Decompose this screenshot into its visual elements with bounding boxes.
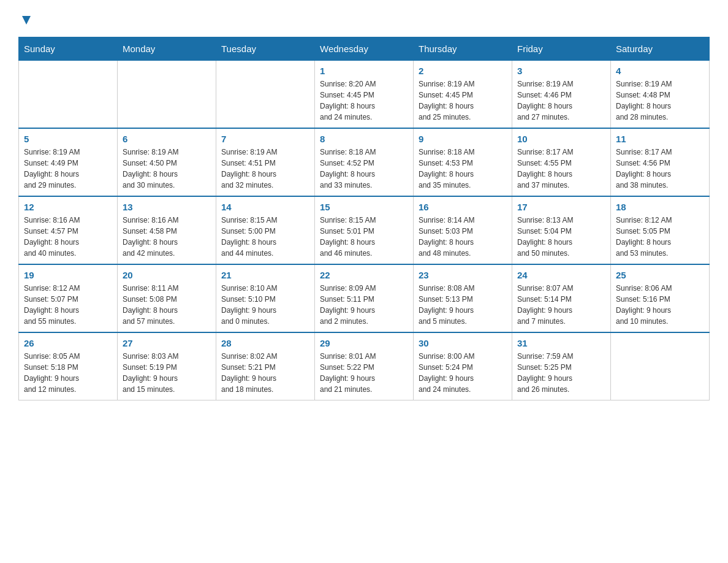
day-number: 29 [320, 338, 408, 348]
day-number: 30 [419, 338, 507, 348]
day-info: Sunrise: 8:06 AMSunset: 5:16 PMDaylight:… [616, 283, 704, 327]
day-info: Sunrise: 8:17 AMSunset: 4:55 PMDaylight:… [517, 147, 605, 191]
day-info: Sunrise: 8:10 AMSunset: 5:10 PMDaylight:… [221, 283, 309, 327]
calendar-week-3: 12Sunrise: 8:16 AMSunset: 4:57 PMDayligh… [19, 196, 710, 264]
header-cell-friday: Friday [512, 37, 611, 61]
day-number: 23 [419, 270, 507, 280]
calendar-cell: 7Sunrise: 8:19 AMSunset: 4:51 PMDaylight… [216, 128, 315, 196]
calendar-cell: 9Sunrise: 8:18 AMSunset: 4:53 PMDaylight… [414, 128, 512, 196]
day-number: 28 [221, 338, 309, 348]
day-number: 16 [419, 202, 507, 212]
day-info: Sunrise: 7:59 AMSunset: 5:25 PMDaylight:… [517, 351, 605, 395]
day-number: 27 [123, 338, 211, 348]
day-number: 17 [517, 202, 605, 212]
calendar-cell: 13Sunrise: 8:16 AMSunset: 4:58 PMDayligh… [118, 196, 216, 264]
calendar-cell: 5Sunrise: 8:19 AMSunset: 4:49 PMDaylight… [19, 128, 118, 196]
calendar-cell: 4Sunrise: 8:19 AMSunset: 4:48 PMDaylight… [611, 61, 710, 129]
day-info: Sunrise: 8:19 AMSunset: 4:51 PMDaylight:… [221, 147, 309, 191]
calendar-cell: 16Sunrise: 8:14 AMSunset: 5:03 PMDayligh… [414, 196, 512, 264]
header-cell-sunday: Sunday [19, 37, 118, 61]
day-info: Sunrise: 8:12 AMSunset: 5:05 PMDaylight:… [616, 215, 704, 259]
day-info: Sunrise: 8:17 AMSunset: 4:56 PMDaylight:… [616, 147, 704, 191]
day-number: 21 [221, 270, 309, 280]
calendar-cell: 24Sunrise: 8:07 AMSunset: 5:14 PMDayligh… [512, 264, 611, 332]
day-info: Sunrise: 8:16 AMSunset: 4:58 PMDaylight:… [123, 215, 211, 259]
day-number: 11 [616, 134, 704, 144]
calendar-cell: 11Sunrise: 8:17 AMSunset: 4:56 PMDayligh… [611, 128, 710, 196]
logo-arrow-icon [20, 13, 33, 27]
day-number: 14 [221, 202, 309, 212]
day-info: Sunrise: 8:14 AMSunset: 5:03 PMDaylight:… [419, 215, 507, 259]
day-info: Sunrise: 8:01 AMSunset: 5:22 PMDaylight:… [320, 351, 408, 395]
calendar-week-2: 5Sunrise: 8:19 AMSunset: 4:49 PMDaylight… [19, 128, 710, 196]
day-number: 1 [320, 66, 408, 76]
calendar-week-5: 26Sunrise: 8:05 AMSunset: 5:18 PMDayligh… [19, 332, 710, 400]
calendar-body: 1Sunrise: 8:20 AMSunset: 4:45 PMDaylight… [19, 61, 710, 400]
header-cell-tuesday: Tuesday [216, 37, 315, 61]
day-info: Sunrise: 8:03 AMSunset: 5:19 PMDaylight:… [123, 351, 211, 395]
day-number: 6 [123, 134, 211, 144]
day-number: 2 [419, 66, 507, 76]
calendar-cell: 28Sunrise: 8:02 AMSunset: 5:21 PMDayligh… [216, 332, 315, 400]
day-info: Sunrise: 8:00 AMSunset: 5:24 PMDaylight:… [419, 351, 507, 395]
header-cell-wednesday: Wednesday [315, 37, 414, 61]
day-number: 18 [616, 202, 704, 212]
day-info: Sunrise: 8:19 AMSunset: 4:49 PMDaylight:… [24, 147, 112, 191]
day-number: 25 [616, 270, 704, 280]
calendar-cell [216, 61, 315, 129]
day-info: Sunrise: 8:19 AMSunset: 4:46 PMDaylight:… [517, 79, 605, 123]
day-info: Sunrise: 8:07 AMSunset: 5:14 PMDaylight:… [517, 283, 605, 327]
calendar-header-row: SundayMondayTuesdayWednesdayThursdayFrid… [19, 37, 710, 61]
calendar-cell: 6Sunrise: 8:19 AMSunset: 4:50 PMDaylight… [118, 128, 216, 196]
day-info: Sunrise: 8:18 AMSunset: 4:52 PMDaylight:… [320, 147, 408, 191]
calendar-cell: 2Sunrise: 8:19 AMSunset: 4:45 PMDaylight… [414, 61, 512, 129]
calendar-week-1: 1Sunrise: 8:20 AMSunset: 4:45 PMDaylight… [19, 61, 710, 129]
day-number: 22 [320, 270, 408, 280]
calendar-cell: 12Sunrise: 8:16 AMSunset: 4:57 PMDayligh… [19, 196, 118, 264]
calendar-cell: 23Sunrise: 8:08 AMSunset: 5:13 PMDayligh… [414, 264, 512, 332]
day-number: 9 [419, 134, 507, 144]
calendar-cell: 26Sunrise: 8:05 AMSunset: 5:18 PMDayligh… [19, 332, 118, 400]
day-number: 19 [24, 270, 112, 280]
day-number: 7 [221, 134, 309, 144]
day-info: Sunrise: 8:19 AMSunset: 4:50 PMDaylight:… [123, 147, 211, 191]
calendar-cell: 17Sunrise: 8:13 AMSunset: 5:04 PMDayligh… [512, 196, 611, 264]
day-number: 13 [123, 202, 211, 212]
calendar-cell: 3Sunrise: 8:19 AMSunset: 4:46 PMDaylight… [512, 61, 611, 129]
day-info: Sunrise: 8:12 AMSunset: 5:07 PMDaylight:… [24, 283, 112, 327]
calendar-cell: 14Sunrise: 8:15 AMSunset: 5:00 PMDayligh… [216, 196, 315, 264]
day-info: Sunrise: 8:15 AMSunset: 5:01 PMDaylight:… [320, 215, 408, 259]
day-info: Sunrise: 8:13 AMSunset: 5:04 PMDaylight:… [517, 215, 605, 259]
day-info: Sunrise: 8:02 AMSunset: 5:21 PMDaylight:… [221, 351, 309, 395]
day-number: 26 [24, 338, 112, 348]
day-number: 4 [616, 66, 704, 76]
calendar-table: SundayMondayTuesdayWednesdayThursdayFrid… [18, 37, 710, 400]
calendar-cell: 31Sunrise: 7:59 AMSunset: 5:25 PMDayligh… [512, 332, 611, 400]
day-info: Sunrise: 8:19 AMSunset: 4:48 PMDaylight:… [616, 79, 704, 123]
day-info: Sunrise: 8:11 AMSunset: 5:08 PMDaylight:… [123, 283, 211, 327]
calendar-cell: 10Sunrise: 8:17 AMSunset: 4:55 PMDayligh… [512, 128, 611, 196]
calendar-cell: 8Sunrise: 8:18 AMSunset: 4:52 PMDaylight… [315, 128, 414, 196]
calendar-cell [19, 61, 118, 129]
day-info: Sunrise: 8:19 AMSunset: 4:45 PMDaylight:… [419, 79, 507, 123]
calendar-cell: 20Sunrise: 8:11 AMSunset: 5:08 PMDayligh… [118, 264, 216, 332]
day-number: 12 [24, 202, 112, 212]
day-info: Sunrise: 8:18 AMSunset: 4:53 PMDaylight:… [419, 147, 507, 191]
calendar-cell: 19Sunrise: 8:12 AMSunset: 5:07 PMDayligh… [19, 264, 118, 332]
day-info: Sunrise: 8:08 AMSunset: 5:13 PMDaylight:… [419, 283, 507, 327]
day-info: Sunrise: 8:15 AMSunset: 5:00 PMDaylight:… [221, 215, 309, 259]
calendar-cell: 1Sunrise: 8:20 AMSunset: 4:45 PMDaylight… [315, 61, 414, 129]
day-number: 24 [517, 270, 605, 280]
day-info: Sunrise: 8:05 AMSunset: 5:18 PMDaylight:… [24, 351, 112, 395]
day-number: 5 [24, 134, 112, 144]
day-number: 10 [517, 134, 605, 144]
page-header [18, 12, 710, 25]
svg-marker-0 [22, 16, 31, 25]
header-cell-saturday: Saturday [611, 37, 710, 61]
header-cell-monday: Monday [118, 37, 216, 61]
calendar-cell: 25Sunrise: 8:06 AMSunset: 5:16 PMDayligh… [611, 264, 710, 332]
calendar-cell: 27Sunrise: 8:03 AMSunset: 5:19 PMDayligh… [118, 332, 216, 400]
day-number: 31 [517, 338, 605, 348]
calendar-cell: 30Sunrise: 8:00 AMSunset: 5:24 PMDayligh… [414, 332, 512, 400]
calendar-cell: 21Sunrise: 8:10 AMSunset: 5:10 PMDayligh… [216, 264, 315, 332]
